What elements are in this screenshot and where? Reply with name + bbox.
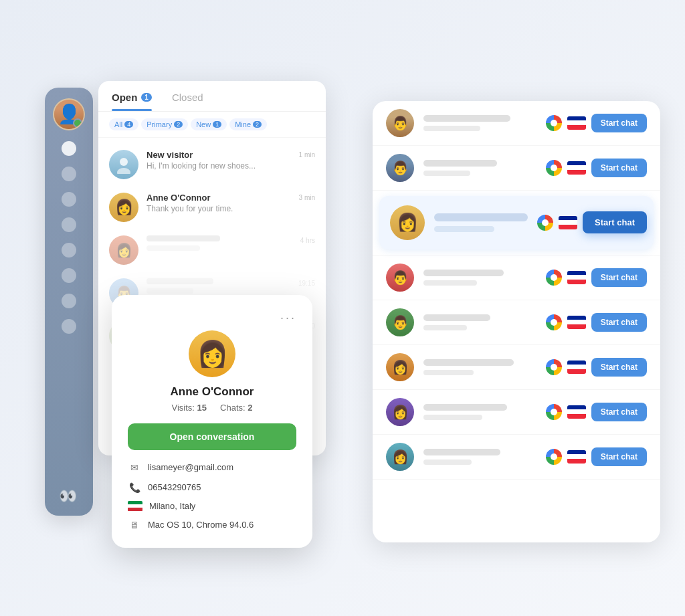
chat-preview [146, 245, 200, 251]
visitor-sub-bar [423, 459, 472, 465]
france-flag-icon [559, 216, 577, 229]
open-conversation-button[interactable]: Open conversation [128, 423, 296, 450]
visitor-avatar-1: 👨 [386, 109, 414, 137]
sidebar-nav-item-8[interactable] [62, 319, 76, 334]
start-chat-button-active[interactable]: Start chat [583, 211, 647, 233]
start-chat-button[interactable]: Start chat [591, 447, 647, 466]
sidebar-nav-item-2[interactable] [62, 167, 76, 181]
chat-preview: Hi, I'm looking for new shoes... [146, 161, 315, 171]
chat-item[interactable]: New visitor Hi, I'm looking for new shoe… [98, 143, 326, 186]
chat-item[interactable]: 👩 Anne O'Connor Thank you for your time.… [98, 186, 326, 229]
visitor-row[interactable]: 👨 Start chat [373, 101, 660, 146]
start-chat-button[interactable]: Start chat [591, 313, 647, 332]
visitor-row[interactable]: 👩 Start chat [373, 435, 660, 480]
chat-info: Anne O'Connor Thank you for your time. [146, 193, 315, 213]
visitor-avatar-4: 👨 [386, 264, 414, 292]
start-chat-button[interactable]: Start chat [591, 358, 647, 377]
chat-item[interactable]: 👩 4 hrs [98, 229, 326, 272]
chat-preview: Thank you for your time. [146, 204, 315, 213]
filter-primary[interactable]: Primary 2 [141, 118, 188, 130]
chat-info [146, 235, 315, 251]
visitor-info [423, 314, 536, 330]
visitor-avatar-2: 👨 [386, 154, 414, 182]
visitor-sub-bar [423, 415, 482, 420]
profile-email-row: ✉ lisameyer@gmail.com [128, 461, 296, 474]
profile-card-header: ··· [128, 311, 296, 325]
svg-point-1 [117, 168, 130, 174]
sidebar-nav-item-6[interactable] [62, 268, 76, 283]
avatar-image: 👤 [54, 100, 84, 129]
visitor-name-bar [423, 270, 504, 276]
france-flag-icon [567, 116, 586, 130]
tab-closed[interactable]: Closed [172, 92, 203, 111]
chat-info [146, 278, 315, 294]
chat-name: New visitor [146, 150, 315, 160]
visitor-row[interactable]: 👨 Start chat [373, 300, 660, 345]
start-chat-button[interactable]: Start chat [591, 114, 647, 132]
visitors-panel: 👨 Start chat 👨 [373, 101, 660, 542]
visitor-avatar-8: 👩 [386, 443, 414, 471]
visitor-sub-bar [423, 325, 467, 330]
visitor-info-highlight [434, 213, 528, 232]
visitor-icons: Start chat [546, 268, 647, 287]
france-flag-icon [567, 271, 586, 284]
start-chat-button[interactable]: Start chat [591, 159, 647, 177]
chat-time: 4 hrs [300, 237, 315, 244]
italy-flag-icon [128, 501, 142, 512]
visitor-icons: Start chat [546, 447, 647, 466]
france-flag-icon [567, 161, 586, 175]
visitor-icons: Start chat [546, 403, 647, 421]
visitor-avatar-5: 👨 [386, 308, 414, 336]
start-chat-button[interactable]: Start chat [591, 403, 647, 421]
eyes-icon[interactable]: 👀 [59, 488, 80, 505]
visitor-highlighted-row[interactable]: 👩 Start chat [373, 191, 660, 255]
visitor-name-bar-highlight [434, 213, 528, 221]
filter-mine[interactable]: Mine 2 [229, 118, 267, 130]
france-flag-icon [567, 361, 586, 374]
start-chat-button[interactable]: Start chat [591, 268, 647, 287]
visitor-sub-bar [423, 171, 470, 176]
sidebar-nav-item-1[interactable] [62, 141, 76, 156]
tab-open[interactable]: Open 1 [112, 92, 152, 111]
sidebar-nav-item-4[interactable] [62, 217, 76, 232]
open-badge: 1 [141, 93, 152, 102]
profile-card: ··· 👩 Anne O'Connor Visits: 15 Chats: 2 … [112, 295, 312, 548]
chat-time: 3 min [299, 194, 315, 201]
chrome-icon [546, 314, 562, 330]
filter-all[interactable]: All 4 [109, 118, 138, 130]
visitor-name-bar [423, 115, 510, 122]
sidebar-nav-item-5[interactable] [62, 243, 76, 258]
monitor-icon: 🖥 [128, 518, 141, 532]
phone-icon: 📞 [128, 481, 141, 494]
chat-name [146, 235, 220, 241]
chrome-icon [537, 215, 553, 231]
chrome-icon [546, 449, 562, 465]
profile-phone-row: 📞 06543290765 [128, 481, 296, 494]
email-icon: ✉ [128, 461, 141, 474]
visitor-avatar-6: 👩 [386, 353, 414, 381]
chrome-icon [546, 359, 562, 375]
visitor-info [423, 270, 536, 286]
visitor-sub-bar [423, 126, 480, 131]
france-flag-icon [567, 450, 586, 464]
chrome-icon [546, 160, 562, 176]
visitor-icons-highlight: Start chat [537, 211, 647, 233]
sidebar-nav-item-3[interactable] [62, 192, 76, 207]
profile-details: ✉ lisameyer@gmail.com 📞 06543290765 Mila… [128, 461, 296, 532]
visitor-name-bar [423, 404, 507, 411]
visitor-row[interactable]: 👨 Start chat [373, 146, 660, 191]
more-options-button[interactable]: ··· [280, 311, 296, 325]
user-avatar[interactable]: 👤 [53, 98, 85, 130]
visitor-sub-bar-highlight [434, 226, 494, 232]
visitor-row[interactable]: 👨 Start chat [373, 255, 660, 300]
filter-new[interactable]: New 1 [191, 118, 227, 130]
visitor-avatar-7: 👩 [386, 398, 414, 426]
visitor-row[interactable]: 👩 Start chat [373, 390, 660, 435]
visitor-name-bar [423, 449, 500, 455]
visitor-name-bar [423, 160, 497, 167]
sidebar-nav-item-7[interactable] [62, 294, 76, 308]
visitor-icons: Start chat [546, 313, 647, 332]
chrome-icon [546, 270, 562, 286]
visitor-row[interactable]: 👩 Start chat [373, 345, 660, 390]
sidebar-bottom: 👀 [59, 488, 80, 505]
